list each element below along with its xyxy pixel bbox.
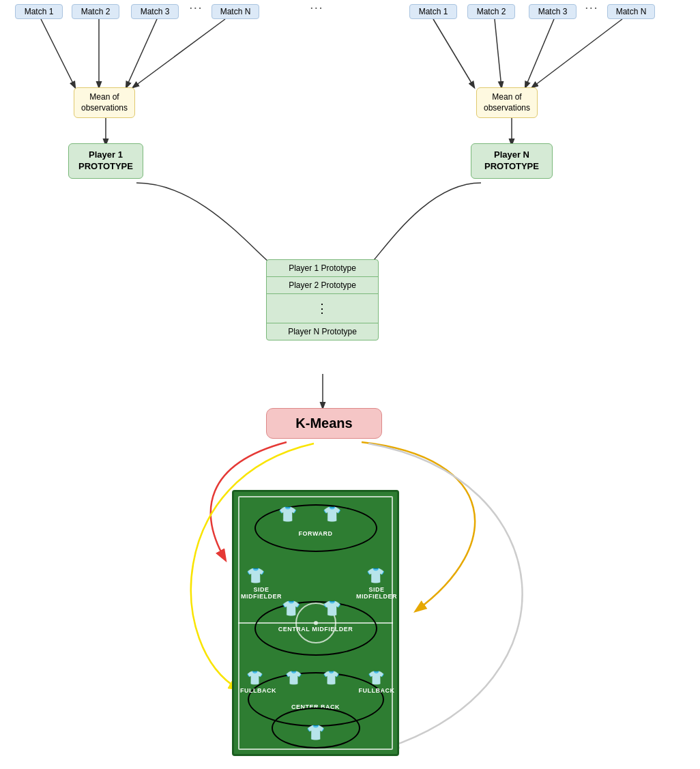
side-mid-left-shirt: 👕 [246,567,265,585]
mid-dots: ··· [310,3,324,13]
svg-line-8 [532,19,622,87]
diagram: Match 1 Match 2 Match 3 ··· Match N Mean… [0,0,700,769]
svg-line-5 [433,19,474,87]
svg-line-7 [525,19,554,87]
right-match2: Match 2 [467,4,515,19]
forward-shirt-2: 👕 [323,506,341,523]
left-prototype-box: Player 1 PROTOTYPE [68,143,143,179]
player-list-row-N: Player N Prototype [267,323,378,340]
right-prototype-box: Player N PROTOTYPE [471,143,553,179]
left-match2: Match 2 [72,4,119,19]
soccer-field: 👕 👕 FORWARD 👕 SIDEMIDFIELDER 👕 SIDEMIDFI… [232,490,399,756]
right-matchN: Match N [607,4,655,19]
right-mean-box: Mean of observations [476,87,538,118]
left-match3: Match 3 [131,4,179,19]
player-list-row-1: Player 1 Prototype [267,260,378,277]
side-mid-left-label: SIDEMIDFIELDER [241,586,282,600]
left-match1: Match 1 [15,4,63,19]
side-mid-right-shirt: 👕 [366,567,385,585]
left-dots: ··· [190,3,203,13]
fullback-left-shirt: 👕 [246,669,263,686]
right-match3: Match 3 [529,4,577,19]
player-list-box: Player 1 Prototype Player 2 Prototype ⋮ … [266,259,379,340]
cb-shirt-2: 👕 [323,669,340,686]
svg-line-2 [126,19,157,87]
goalkeeper-shirt: 👕 [306,724,325,742]
right-dots: ··· [585,3,599,13]
svg-line-6 [495,19,501,87]
player-list-row-2: Player 2 Prototype [267,277,378,294]
central-mid-shirt-2: 👕 [323,600,341,618]
cb-shirt-1: 👕 [285,669,302,686]
svg-line-3 [133,19,225,87]
right-match1: Match 1 [409,4,457,19]
player-list-dots: ⋮ [267,294,378,323]
fullback-left-label: FULLBACK [239,687,277,694]
left-mean-box: Mean of observations [74,87,135,118]
side-mid-right-label: SIDEMIDFIELDER [356,586,397,600]
fullback-right-label: FULLBACK [356,687,397,694]
forward-label: FORWARD [299,530,333,537]
central-mid-label: CENTRAL MIDFIELDER [278,626,353,633]
forward-shirt-1: 👕 [278,506,297,523]
left-matchN: Match N [212,4,259,19]
kmeans-box: K-Means [266,408,382,439]
fullback-right-shirt: 👕 [368,669,385,686]
central-mid-shirt-1: 👕 [282,600,300,618]
svg-line-0 [41,19,75,87]
